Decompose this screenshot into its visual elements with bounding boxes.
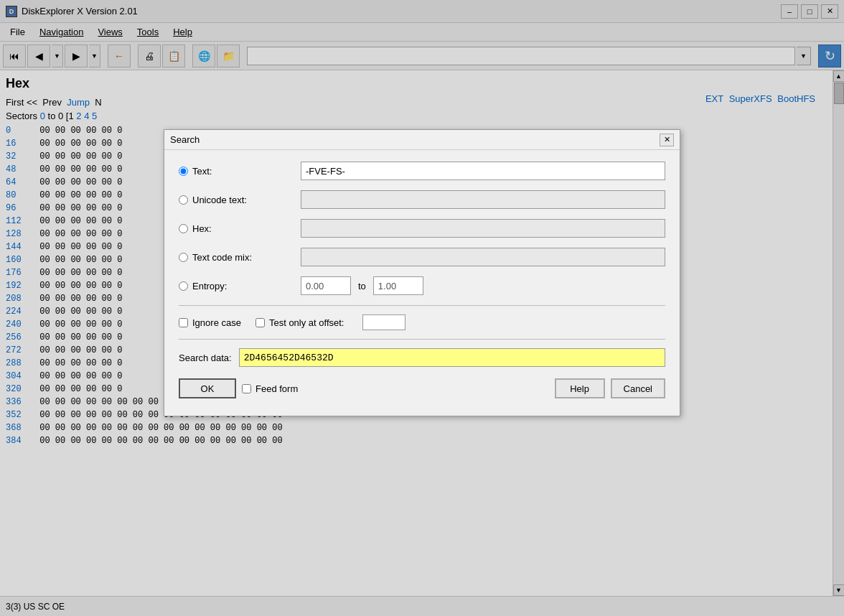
separator-1: [179, 305, 665, 306]
text-input[interactable]: [301, 162, 665, 180]
hex-input[interactable]: [301, 219, 665, 238]
entropy-search-row: Entropy: to: [179, 276, 665, 295]
entropy-to-label: to: [358, 281, 366, 291]
searchdata-row: Search data: 2D4656452D46532D: [179, 348, 665, 367]
text-label: Text:: [192, 166, 212, 177]
searchdata-label: Search data:: [179, 353, 232, 363]
textcode-input[interactable]: [301, 248, 665, 266]
entropy-to-input[interactable]: [373, 276, 423, 295]
offset-label[interactable]: Test only at offset:: [255, 317, 344, 328]
text-radio[interactable]: [179, 167, 188, 176]
entropy-label: Entropy:: [192, 281, 227, 291]
hex-radio[interactable]: [179, 224, 188, 233]
dialog-body: Text: Unicode text: Hex:: [164, 150, 680, 410]
search-dialog: Search ✕ Text: Unicode text:: [164, 129, 680, 416]
unicode-radio[interactable]: [179, 195, 188, 205]
entropy-radio[interactable]: [179, 281, 188, 291]
dialog-title: Search: [170, 134, 660, 145]
textcode-radio-label[interactable]: Text code mix:: [179, 252, 301, 263]
feed-form-checkbox[interactable]: [242, 384, 251, 393]
text-search-row: Text:: [179, 162, 665, 180]
dialog-titlebar: Search ✕: [164, 130, 680, 150]
dialog-buttons: OK Feed form Help Cancel: [179, 378, 665, 398]
ignore-case-label[interactable]: Ignore case: [179, 317, 241, 328]
options-row: Ignore case Test only at offset:: [179, 314, 665, 330]
unicode-radio-label[interactable]: Unicode text:: [179, 195, 301, 205]
dialog-close-button[interactable]: ✕: [660, 134, 674, 146]
entropy-radio-label[interactable]: Entropy:: [179, 281, 301, 291]
cancel-button[interactable]: Cancel: [611, 378, 665, 398]
unicode-label: Unicode text:: [192, 195, 247, 205]
modal-overlay: Search ✕ Text: Unicode text:: [0, 0, 844, 616]
unicode-input[interactable]: [301, 190, 665, 209]
searchdata-value: 2D4656452D46532D: [239, 348, 665, 367]
hex-radio-label[interactable]: Hex:: [179, 223, 301, 234]
ignore-case-text: Ignore case: [192, 317, 241, 328]
entropy-controls: to: [301, 276, 423, 295]
textcode-search-row: Text code mix:: [179, 248, 665, 266]
textcode-radio[interactable]: [179, 253, 188, 262]
feed-form-label[interactable]: Feed form: [242, 383, 298, 394]
entropy-from-input[interactable]: [301, 276, 351, 295]
help-button[interactable]: Help: [555, 378, 605, 398]
ok-button[interactable]: OK: [179, 378, 236, 398]
text-radio-label[interactable]: Text:: [179, 166, 301, 177]
offset-input[interactable]: [362, 314, 405, 330]
hex-search-row: Hex:: [179, 219, 665, 238]
offset-checkbox[interactable]: [255, 318, 265, 327]
textcode-label: Text code mix:: [192, 252, 252, 263]
feed-form-text: Feed form: [255, 383, 298, 394]
unicode-search-row: Unicode text:: [179, 190, 665, 209]
hex-label: Hex:: [192, 223, 212, 234]
offset-text: Test only at offset:: [269, 317, 344, 328]
separator-2: [179, 339, 665, 340]
ignore-case-checkbox[interactable]: [179, 318, 188, 327]
